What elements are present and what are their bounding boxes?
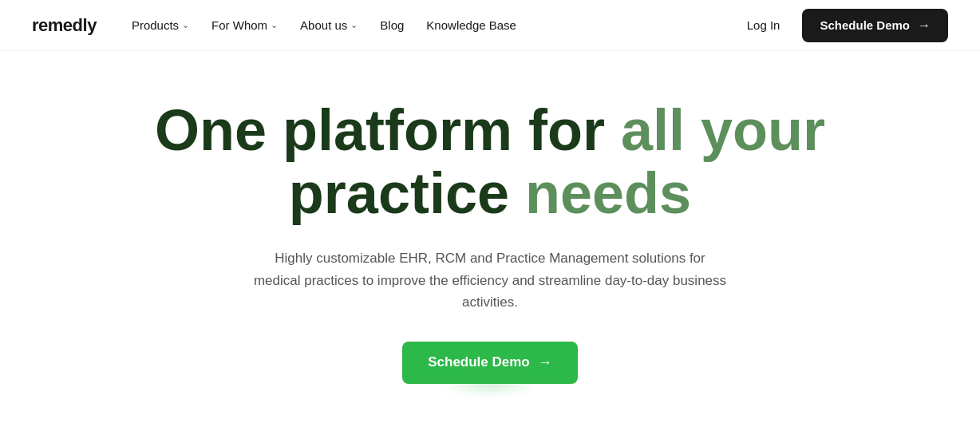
nav-link-knowledge-base[interactable]: Knowledge Base xyxy=(417,12,526,38)
chevron-down-icon: ⌄ xyxy=(182,20,189,30)
nav-label-products: Products xyxy=(132,18,179,32)
schedule-demo-label-nav: Schedule Demo xyxy=(820,18,910,32)
nav-label-for-whom: For Whom xyxy=(211,18,267,32)
arrow-icon: → xyxy=(918,18,931,33)
hero-title-dark-1: One platform for xyxy=(155,98,605,162)
nav-label-blog: Blog xyxy=(380,18,404,32)
nav-item-blog: Blog xyxy=(370,12,413,38)
hero-title-dark-2: practice xyxy=(289,161,509,225)
nav-links: Products ⌄ For Whom ⌄ About us ⌄ Blog xyxy=(122,12,526,38)
nav-link-blog[interactable]: Blog xyxy=(370,12,413,38)
schedule-demo-button-nav[interactable]: Schedule Demo → xyxy=(802,9,948,42)
hero-title-green-2: needs xyxy=(525,161,691,225)
login-button[interactable]: Log In xyxy=(737,12,790,38)
logo[interactable]: remedly xyxy=(32,15,97,36)
arrow-icon-hero: → xyxy=(538,354,552,371)
nav-item-knowledge-base: Knowledge Base xyxy=(417,12,526,38)
nav-label-about-us: About us xyxy=(300,18,347,32)
hero-section: One platform for all your practice needs… xyxy=(0,51,980,416)
nav-item-for-whom: For Whom ⌄ xyxy=(202,12,287,38)
schedule-demo-button-hero[interactable]: Schedule Demo → xyxy=(402,342,578,384)
nav-link-for-whom[interactable]: For Whom ⌄ xyxy=(202,12,287,38)
nav-link-about-us[interactable]: About us ⌄ xyxy=(290,12,367,38)
nav-label-knowledge-base: Knowledge Base xyxy=(426,18,516,32)
schedule-demo-label-hero: Schedule Demo xyxy=(428,354,530,370)
hero-title-green-1: all your xyxy=(621,98,825,162)
nav-item-products: Products ⌄ xyxy=(122,12,199,38)
navbar: remedly Products ⌄ For Whom ⌄ About us ⌄ xyxy=(0,0,980,51)
hero-subtitle: Highly customizable EHR, RCM and Practic… xyxy=(251,247,729,313)
hero-title: One platform for all your practice needs xyxy=(155,99,825,225)
nav-left: remedly Products ⌄ For Whom ⌄ About us ⌄ xyxy=(32,12,526,38)
chevron-down-icon: ⌄ xyxy=(350,20,358,30)
nav-item-about-us: About us ⌄ xyxy=(290,12,367,38)
chevron-down-icon: ⌄ xyxy=(271,20,278,30)
nav-right: Log In Schedule Demo → xyxy=(737,9,948,42)
nav-link-products[interactable]: Products ⌄ xyxy=(122,12,199,38)
